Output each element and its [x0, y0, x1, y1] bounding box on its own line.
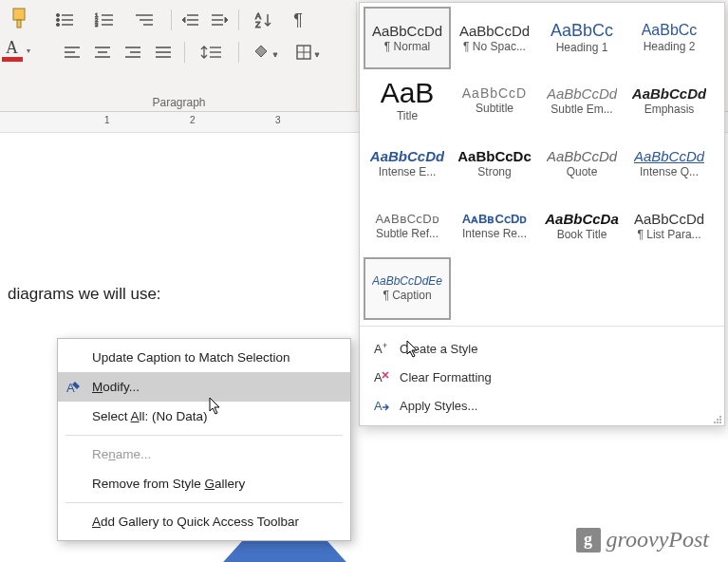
style-label: ¶ No Spac...	[463, 40, 526, 53]
style-label: Intense E...	[379, 165, 437, 178]
style-sample: AaBbCc	[551, 22, 613, 39]
style-heading[interactable]: AaBbCcHeading 1	[538, 7, 625, 69]
style-label: ¶ Normal	[384, 40, 430, 53]
style-booktitle[interactable]: AaBbCcDaBook Title	[538, 195, 625, 257]
style-intensee[interactable]: AaBbCcDdIntense E...	[364, 132, 451, 195]
style-sample: AaBbCcDd	[632, 86, 706, 101]
style-label: Book Title	[557, 228, 607, 241]
borders-button[interactable]	[289, 40, 327, 65]
svg-point-6	[56, 18, 59, 21]
sort-button[interactable]: AZ	[245, 8, 283, 32]
style-subtitle[interactable]: AaBbCcDSubtitle	[451, 69, 538, 132]
style-sample: AᴀBʙCᴄDᴅ	[462, 213, 528, 225]
style-sample: AaBbCcDd	[634, 149, 704, 163]
style-quote[interactable]: AaBbCcDdQuote	[538, 132, 625, 195]
style-label: ¶ List Para...	[637, 228, 700, 241]
ctx-qat-label: Add Gallery to Quick Access Toolbar	[92, 515, 299, 529]
ruler-mark: 3	[275, 115, 281, 125]
style-label: Heading 2	[644, 40, 696, 53]
apply-styles-item[interactable]: A Apply Styles...	[360, 391, 724, 420]
align-left-button[interactable]	[59, 40, 85, 65]
style-sample: AᴀBʙCᴄDᴅ	[375, 213, 439, 225]
style-sample: AaBbCcDd	[370, 149, 444, 163]
context-menu: Update Caption to Match Selection A Modi…	[57, 338, 351, 541]
ctx-add-quick-access[interactable]: Add Gallery to Quick Access Toolbar	[58, 507, 350, 536]
create-style-icon: A+	[373, 340, 390, 357]
style-emphasis[interactable]: AaBbCcDdEmphasis	[625, 69, 713, 132]
style-title[interactable]: AaBTitle	[364, 69, 451, 132]
justify-button[interactable]	[150, 40, 177, 65]
svg-point-53	[717, 422, 719, 423]
style-nospac[interactable]: AaBbCcDd¶ No Spac...	[451, 7, 538, 69]
style-label: Subtle Em...	[551, 103, 612, 116]
line-spacing-button[interactable]	[193, 40, 231, 65]
svg-text:A: A	[374, 399, 383, 413]
style-sample: AaBbCcDc	[457, 149, 532, 163]
ctx-remove-label: Remove from Style Gallery	[92, 477, 245, 491]
svg-point-8	[56, 23, 59, 26]
svg-text:A: A	[374, 342, 383, 356]
svg-point-54	[719, 422, 721, 423]
style-intensere[interactable]: AᴀBʙCᴄDᴅIntense Re...	[451, 195, 538, 257]
style-sample: AaBbCcDd	[547, 86, 617, 101]
paragraph-group-label: Paragraph	[2, 96, 356, 109]
style-label: Subtitle	[476, 102, 513, 115]
style-subtleem[interactable]: AaBbCcDdSubtle Em...	[538, 69, 625, 132]
style-sample: AaBbCcDdEe	[372, 275, 442, 287]
style-label: Intense Q...	[640, 165, 699, 178]
ctx-select-all-label: Select All: (No Data)	[92, 409, 208, 423]
style-sample: AaBbCcDa	[545, 212, 619, 226]
svg-point-50	[717, 419, 719, 421]
show-paragraph-marks-button[interactable]: ¶	[285, 8, 311, 32]
ctx-rename[interactable]: Rename...	[58, 440, 350, 469]
style-strong[interactable]: AaBbCcDcStrong	[451, 132, 538, 195]
bullets-button[interactable]	[47, 8, 85, 32]
increase-indent-button[interactable]	[206, 8, 233, 32]
document-body-text[interactable]: diagrams we will use:	[8, 285, 161, 304]
svg-point-51	[719, 419, 721, 421]
style-heading[interactable]: AaBbCcHeading 2	[625, 7, 713, 69]
svg-text:+: +	[383, 341, 387, 350]
shading-button[interactable]	[247, 40, 285, 65]
style-sample: AaBbCcD	[462, 86, 527, 100]
style-label: Quote	[567, 165, 598, 178]
style-normal[interactable]: AaBbCcDd¶ Normal	[364, 7, 451, 69]
ctx-modify-label: Modify...	[92, 380, 140, 394]
svg-point-49	[719, 416, 721, 418]
style-label: Emphasis	[644, 103, 695, 116]
style-sample: AaBbCcDd	[634, 212, 704, 226]
svg-point-4	[56, 13, 59, 16]
align-center-button[interactable]	[89, 40, 116, 65]
style-sample: AaBbCc	[642, 23, 698, 38]
style-listpara[interactable]: AaBbCcDd¶ List Para...	[625, 195, 713, 257]
styles-gallery: AaBbCcDd¶ NormalAaBbCcDd¶ No Spac...AaBb…	[359, 2, 725, 426]
style-caption[interactable]: AaBbCcDdEe¶ Caption	[364, 257, 451, 320]
ruler-mark: 1	[104, 115, 110, 125]
watermark: g groovyPost	[576, 527, 709, 553]
create-style-item[interactable]: A+ Create a Style	[360, 334, 724, 363]
style-label: Heading 1	[556, 41, 608, 54]
clear-formatting-item[interactable]: A Clear Formatting	[360, 363, 724, 391]
numbering-button[interactable]: 123	[87, 8, 125, 32]
style-subtleref[interactable]: AᴀBʙCᴄDᴅSubtle Ref...	[364, 195, 451, 257]
ctx-remove-gallery[interactable]: Remove from Style Gallery	[58, 469, 350, 498]
ctx-modify[interactable]: A Modify...	[58, 372, 350, 402]
ctx-rename-label: Rename...	[92, 447, 151, 461]
apply-styles-label: Apply Styles...	[400, 399, 477, 413]
groovypost-icon: g	[576, 528, 601, 553]
clear-formatting-label: Clear Formatting	[400, 370, 492, 384]
apply-styles-icon: A	[373, 397, 390, 414]
ctx-update-caption[interactable]: Update Caption to Match Selection	[58, 343, 350, 372]
decrease-indent-button[interactable]	[177, 8, 204, 32]
ctx-select-all[interactable]: Select All: (No Data)	[58, 402, 350, 431]
align-right-button[interactable]	[120, 40, 146, 65]
style-sample: AaB	[381, 79, 435, 107]
style-sample: AaBbCcDd	[372, 24, 442, 38]
ctx-divider	[65, 435, 343, 436]
svg-text:A: A	[374, 370, 383, 384]
ruler-mark: 2	[190, 115, 196, 125]
multilevel-list-button[interactable]	[127, 8, 165, 32]
style-sample: AaBbCcDd	[459, 24, 530, 38]
style-intenseq[interactable]: AaBbCcDdIntense Q...	[625, 132, 713, 195]
resize-grip[interactable]	[711, 413, 722, 424]
